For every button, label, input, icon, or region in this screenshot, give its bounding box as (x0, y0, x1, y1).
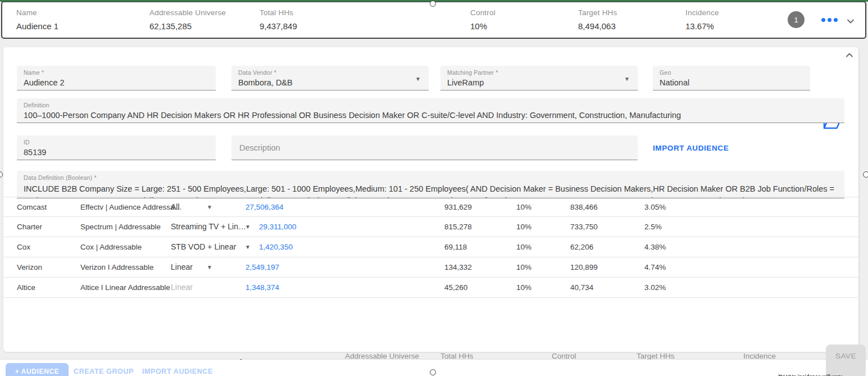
provider-cell: Verizon (17, 257, 42, 277)
inventory-select[interactable]: All (171, 197, 180, 217)
total-hhs-cell: 69,118 (444, 237, 467, 257)
target-hhs-cell: 838,466 (570, 197, 598, 217)
inventory-select[interactable]: STB VOD + Linear (171, 237, 236, 257)
matching-partner-value: LiveRamp (447, 78, 631, 87)
geo-field-label: Geo (660, 69, 803, 76)
chevron-down-icon[interactable] (846, 17, 855, 26)
audience-2-edit-card: Name * Audience 2 Data Vendor * Bombora,… (3, 47, 859, 352)
matching-partner-select[interactable]: Matching Partner * LiveRamp ▼ (440, 66, 638, 90)
definition-value: 100–1000-Person Company AND HR Decision … (24, 111, 838, 120)
totals-control-label: Control (552, 352, 576, 360)
selection-handle-top[interactable] (430, 1, 436, 7)
name-field[interactable]: Name * Audience 2 (17, 66, 216, 90)
target-hhs-cell: 733,750 (570, 217, 598, 237)
name-field-value: Audience 2 (24, 78, 209, 87)
save-button[interactable]: SAVE (826, 345, 866, 376)
summary-au-label: Addressable Universe (149, 8, 226, 17)
data-vendor-value: Bombora, D&B (238, 78, 422, 87)
addressable-universe-link[interactable]: 29,311,000 (259, 217, 297, 237)
chevron-up-icon[interactable] (845, 51, 854, 60)
definition-label: Definition (24, 102, 838, 108)
dropdown-caret-icon[interactable]: ▼ (624, 76, 630, 82)
id-field-value: 85139 (24, 148, 209, 157)
totals-hh-label: Total HHs (440, 352, 474, 360)
dropdown-caret-icon[interactable]: ▼ (207, 197, 212, 217)
summary-control: Control 10% (470, 8, 496, 31)
summary-incidence: Incidence 13.67% (685, 8, 719, 31)
network-cell: Altice I Linear Addressable (80, 278, 170, 297)
audience-count-badge: 1 (788, 11, 805, 28)
addressable-universe-link[interactable]: 27,506,364 (246, 197, 284, 217)
addressable-universe-link[interactable]: 2,549,197 (246, 257, 279, 277)
table-row: Cox Cox | Addressable STB VOD + Linear ▼… (3, 237, 859, 257)
add-audience-button[interactable]: + AUDIENCE (6, 363, 69, 376)
data-definition-field[interactable]: Data Definition (Boolean) * INCLUDE B2B … (17, 171, 844, 198)
incidence-cell: 4.38% (644, 237, 666, 257)
provider-cell: Cox (17, 237, 30, 257)
provider-cell: Altice (17, 278, 35, 297)
description-input[interactable] (231, 135, 638, 160)
control-cell: 10% (516, 257, 531, 277)
selection-handle-right[interactable] (863, 171, 868, 178)
network-cell: Cox | Addressable (80, 237, 142, 257)
inventory-select-disabled: Linear (171, 278, 193, 297)
incidence-cell: 4.74% (644, 257, 666, 277)
dropdown-caret-icon[interactable]: ▼ (415, 76, 421, 82)
geo-field-value: National (660, 78, 803, 87)
dropdown-caret-icon[interactable]: ▼ (207, 257, 212, 277)
control-cell: 10% (516, 217, 531, 237)
total-hhs-cell: 931,629 (444, 197, 472, 217)
summary-addressable-universe: Addressable Universe 62,135,285 (149, 8, 226, 31)
incidence-cell: 2.5% (644, 217, 662, 237)
totals-au-label: Addressable Universe (345, 352, 419, 360)
definition-field[interactable]: Definition 100–1000-Person Company AND H… (17, 98, 844, 123)
control-cell: 10% (516, 197, 531, 217)
audience-1-summary-card[interactable]: Name Audience 1 Addressable Universe 62,… (1, 1, 866, 39)
inventory-select[interactable]: Streaming TV + Lin… (171, 217, 246, 237)
summary-au-value: 62,135,285 (149, 21, 226, 31)
summary-target-label: Target HHs (578, 8, 617, 17)
total-hhs-cell: 45,260 (444, 278, 467, 297)
summary-hh-label: Total HHs (260, 8, 297, 17)
create-group-button[interactable]: CREATE GROUP (74, 368, 134, 375)
totals-target-label: Target HHs (637, 352, 675, 360)
selection-handle-left[interactable] (0, 171, 3, 178)
name-field-label: Name * (24, 69, 209, 76)
matching-partner-label: Matching Partner * (447, 69, 631, 76)
dropdown-caret-icon[interactable]: ▼ (245, 237, 251, 257)
dropdown-caret-icon[interactable]: ▼ (245, 217, 251, 237)
data-definition-value: INCLUDE B2B Company Size = Large: 251 - … (24, 183, 838, 198)
control-cell: 10% (516, 237, 531, 257)
provider-cell: Charter (17, 217, 42, 237)
import-audience-button[interactable]: IMPORT AUDIENCE (142, 368, 213, 375)
more-options-icon[interactable] (821, 18, 838, 22)
id-field-label: ID (24, 139, 209, 146)
table-row: Altice Altice I Linear Addressable Linea… (3, 278, 859, 298)
id-field[interactable]: ID 85139 (17, 135, 216, 160)
addressable-universe-link[interactable]: 1,348,374 (246, 278, 279, 297)
network-cell: Spectrum | Addressable (80, 217, 161, 237)
selection-handle-bottom[interactable] (430, 369, 436, 375)
summary-control-value: 10% (470, 21, 496, 31)
import-audience-link[interactable]: IMPORT AUDIENCE (653, 144, 729, 152)
incidence-cell: 3.02% (644, 278, 666, 297)
summary-target-hhs: Target HHs 8,494,063 (578, 8, 617, 31)
inventory-select[interactable]: Linear (171, 257, 193, 277)
data-vendor-select[interactable]: Data Vendor * Bombora, D&B ▼ (231, 66, 429, 90)
data-vendor-label: Data Vendor * (238, 69, 422, 76)
incidence-cell: 3.05% (644, 197, 666, 217)
summary-incidence-value: 13.67% (685, 21, 719, 31)
network-cell: Effectv | Audience Addressa… (80, 197, 182, 217)
totals-incidence-label: Incidence (743, 352, 776, 360)
footer-note: TV HHs incidence will vary (778, 374, 868, 376)
table-row: Comcast Effectv | Audience Addressa… All… (3, 197, 859, 217)
summary-hh-value: 9,437,849 (260, 21, 297, 31)
table-row: Charter Spectrum | Addressable Streaming… (3, 217, 859, 237)
control-cell: 10% (516, 278, 531, 297)
total-hhs-cell: 134,332 (444, 257, 472, 277)
geo-field[interactable]: Geo National (653, 66, 810, 90)
summary-incidence-label: Incidence (685, 8, 719, 17)
summary-name: Name Audience 1 (16, 8, 58, 31)
summary-target-value: 8,494,063 (578, 21, 617, 31)
addressable-universe-link[interactable]: 1,420,350 (259, 237, 293, 257)
